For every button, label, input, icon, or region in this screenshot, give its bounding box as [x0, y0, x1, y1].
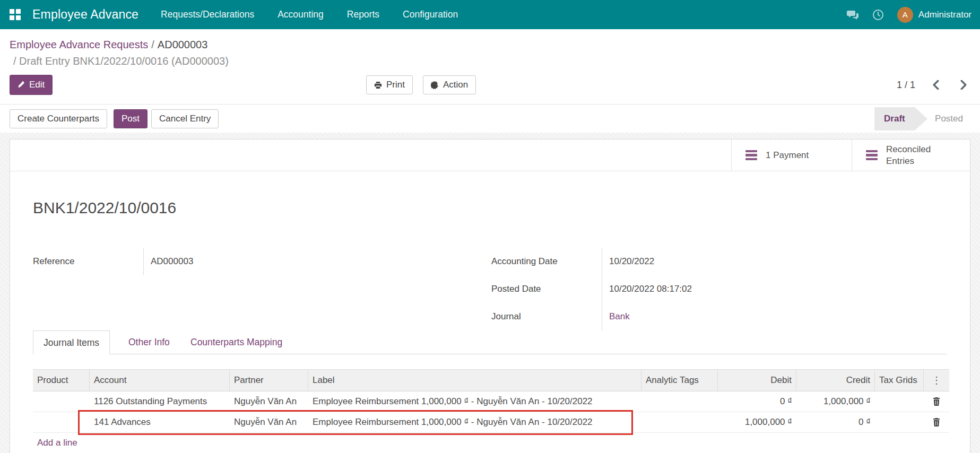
delete-row-button[interactable]	[924, 412, 949, 432]
journal-item-row[interactable]: 1126 Outstanding Payments Nguyễn Văn An …	[33, 391, 949, 412]
pager: 1 / 1	[897, 75, 970, 94]
cell-partner: Nguyễn Văn An	[230, 412, 308, 432]
cell-account: 1126 Outstanding Payments	[90, 391, 230, 412]
field-value: 10/20/2022	[602, 248, 916, 275]
cell-credit: 0 ₫	[796, 412, 875, 432]
tab-other-info[interactable]: Other Info	[128, 330, 170, 354]
main-menu: Requests/Declarations Accounting Reports…	[161, 6, 458, 23]
cell-credit: 1,000,000 ₫	[796, 391, 875, 412]
avatar: A	[897, 7, 913, 23]
tab-journal-items[interactable]: Journal Items	[33, 330, 110, 354]
tabs-underline	[33, 354, 947, 354]
user-menu[interactable]: A Administrator	[897, 7, 972, 23]
reconciled-entries-smart-button[interactable]: Reconciled Entries	[852, 140, 970, 171]
gear-icon	[431, 81, 439, 89]
smart-buttons-row: 1 Payment Reconciled Entries	[10, 140, 970, 171]
cell-account: 141 Advances	[90, 412, 230, 432]
user-name: Administrator	[918, 10, 972, 20]
breadcrumb: Employee Advance Requests/AD000003	[10, 39, 207, 51]
breadcrumb-root-link[interactable]: Employee Advance Requests	[10, 39, 148, 50]
chevron-right-icon[interactable]	[957, 78, 970, 92]
status-draft[interactable]: Draft	[874, 107, 927, 130]
cell-label: Employee Reimbursement 1,000,000 ₫ - Ngu…	[308, 412, 641, 432]
column-options-kebab-icon[interactable]: ⋮	[924, 370, 949, 391]
record-title: BNK1/2022/10/0016	[33, 199, 176, 217]
field-posted-date: Posted Date 10/20/2022 08:17:02	[491, 275, 916, 303]
journal-item-row-highlighted[interactable]: 141 Advances Nguyễn Văn An Employee Reim…	[33, 412, 949, 433]
menu-requests-declarations[interactable]: Requests/Declarations	[161, 6, 254, 23]
field-label: Reference	[33, 248, 143, 275]
delete-row-button[interactable]	[924, 391, 949, 412]
cell-label: Employee Reimbursement 1,000,000 ₫ - Ngu…	[308, 391, 641, 412]
panel-divider	[0, 104, 980, 104]
cell-debit: 1,000,000 ₫	[718, 412, 796, 432]
field-label: Journal	[491, 303, 602, 330]
statusbar: Draft Posted	[874, 107, 973, 130]
edit-button[interactable]: Edit	[10, 75, 53, 95]
breadcrumb-separator: /	[148, 39, 158, 50]
top-navbar: Employee Advance Requests/Declarations A…	[0, 0, 980, 29]
col-tax-grids[interactable]: Tax Grids	[875, 370, 924, 391]
tab-counterparts-mapping[interactable]: Counterparts Mapping	[190, 330, 282, 354]
col-partner[interactable]: Partner	[230, 370, 308, 391]
field-label: Posted Date	[491, 275, 602, 303]
cancel-entry-button[interactable]: Cancel Entry	[151, 109, 219, 128]
add-a-line-link[interactable]: Add a line	[37, 438, 77, 448]
pencil-icon	[18, 81, 25, 89]
apps-grid-icon[interactable]	[10, 9, 21, 21]
table-header: Product Account Partner Label Analytic T…	[33, 369, 949, 391]
breadcrumb-current: AD000003	[158, 39, 208, 50]
journal-link[interactable]: Bank	[602, 303, 916, 330]
field-value: 10/20/2022 08:17:02	[602, 275, 916, 303]
cell-debit: 0 ₫	[718, 391, 796, 412]
col-label[interactable]: Label	[308, 370, 641, 391]
post-button[interactable]: Post	[114, 109, 148, 128]
status-posted[interactable]: Posted	[927, 107, 973, 130]
action-button[interactable]: Action	[423, 75, 476, 94]
app-title: Employee Advance	[32, 7, 138, 22]
print-button[interactable]: Print	[366, 75, 413, 94]
journal-items-table: Product Account Partner Label Analytic T…	[33, 369, 949, 453]
control-panel: Employee Advance Requests/AD000003 / Dra…	[0, 29, 980, 133]
field-value: AD000003	[143, 248, 447, 275]
col-debit[interactable]: Debit	[718, 370, 796, 391]
add-a-line-row: Add a line	[33, 433, 949, 453]
col-product[interactable]: Product	[33, 370, 90, 391]
menu-accounting[interactable]: Accounting	[277, 6, 324, 23]
content-area: 1 Payment Reconciled Entries BNK1/2022/1…	[0, 133, 980, 453]
field-reference: Reference AD000003	[33, 248, 447, 275]
col-analytic-tags[interactable]: Analytic Tags	[641, 370, 718, 391]
col-credit[interactable]: Credit	[796, 370, 875, 391]
notebook-tabs: Journal Items Other Info Counterparts Ma…	[33, 330, 947, 354]
col-account[interactable]: Account	[90, 370, 230, 391]
menu-reports[interactable]: Reports	[347, 6, 379, 23]
field-label: Accounting Date	[491, 248, 602, 275]
trash-icon	[933, 418, 940, 426]
form-sheet: 1 Payment Reconciled Entries BNK1/2022/1…	[10, 139, 970, 453]
pager-count[interactable]: 1 / 1	[897, 80, 915, 91]
trash-icon	[933, 397, 940, 406]
navbar-right: A Administrator	[846, 7, 972, 23]
activities-clock-icon[interactable]	[872, 8, 884, 21]
field-group-left: Reference AD000003	[33, 248, 447, 275]
printer-icon	[374, 81, 382, 89]
payments-smart-button[interactable]: 1 Payment	[731, 140, 852, 171]
field-accounting-date: Accounting Date 10/20/2022	[491, 248, 916, 275]
employee-advance-form-view: Employee Advance Requests/Declarations A…	[0, 0, 980, 453]
field-group-right: Accounting Date 10/20/2022 Posted Date 1…	[491, 248, 916, 330]
chevron-left-icon[interactable]	[929, 78, 943, 92]
breadcrumb-subtitle: / Draft Entry BNK1/2022/10/0016 (AD00000…	[13, 55, 229, 67]
cell-partner: Nguyễn Văn An	[230, 391, 308, 412]
field-journal: Journal Bank	[491, 303, 916, 330]
menu-configuration[interactable]: Configuration	[403, 6, 458, 23]
list-icon	[745, 150, 757, 161]
list-icon	[866, 150, 878, 161]
messages-icon[interactable]	[846, 8, 859, 21]
create-counterparts-button[interactable]: Create Counterparts	[10, 109, 107, 128]
